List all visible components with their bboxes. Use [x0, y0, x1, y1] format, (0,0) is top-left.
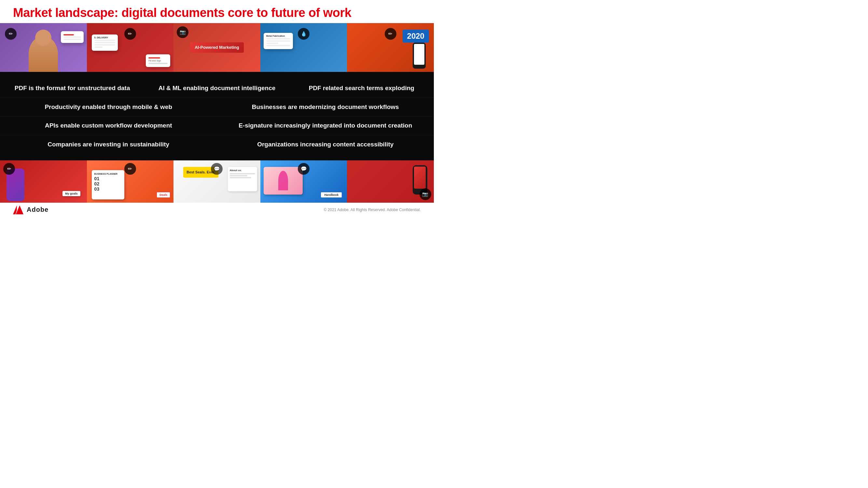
ai-badge: AI-Powered Marketing	[190, 42, 244, 53]
banner-section-5: ✏ 2020	[347, 23, 434, 72]
year-badge: 2020	[403, 30, 429, 43]
top-banner-icon-3: 📷	[177, 26, 188, 38]
ui-card-3: Fill and Sign	[146, 54, 170, 67]
deals-label: Deals	[157, 192, 170, 198]
bottom-icon-4: 💬	[298, 163, 310, 175]
bottom-banner-section-2: ✏ BUSINESS PLANNER 01 02 03 Deals	[87, 160, 174, 203]
banner-section-2: ✏ 5. DELIVERY Fill and Sign	[87, 23, 174, 72]
my-goals-label: My goals	[62, 191, 81, 196]
page-title: Market landscape: digital documents core…	[13, 6, 421, 20]
bottom-banner-section-4: 💬 Handbook	[260, 160, 347, 203]
bottom-icon-3: 💬	[211, 163, 223, 175]
top-banner-icon-5: ✏	[385, 28, 396, 40]
content-row-3: APIs enable custom workflow development …	[0, 116, 434, 135]
content-cell-4-1: Companies are investing in sustainabilit…	[0, 135, 217, 154]
content-row-1: PDF is the format for unstructured data …	[0, 79, 434, 98]
ui-card-4: Metal Fabrication	[264, 33, 293, 49]
bottom-icon-1: ✏	[3, 163, 15, 175]
bottom-banner-section-1: ✏ My goals	[0, 160, 87, 203]
footer: Adobe © 2021 Adobe. All Rights Reserved.…	[0, 203, 434, 217]
ui-card-2: 5. DELIVERY	[92, 34, 118, 51]
adobe-logo-icon	[13, 205, 24, 215]
top-banner: ✏ ✏ 5. DELIVERY Fill and Sign	[0, 23, 434, 72]
ui-card-1	[61, 31, 84, 43]
content-row-4: Companies are investing in sustainabilit…	[0, 135, 434, 154]
content-cell-3-1: APIs enable custom workflow development	[0, 117, 217, 135]
content-cell-1-1: PDF is the format for unstructured data	[0, 79, 145, 98]
bottom-banner-section-5: 📷	[347, 160, 434, 203]
bottom-banner: ✏ My goals ✏ BUSINESS PLANNER 01 02 03 D…	[0, 160, 434, 203]
content-row-2: Productivity enabled through mobile & we…	[0, 98, 434, 117]
footer-copyright: © 2021 Adobe. All Rights Reserved. Adobe…	[324, 207, 421, 212]
header: Market landscape: digital documents core…	[0, 0, 434, 23]
content-cell-4-2: Organizations increasing content accessi…	[217, 135, 434, 154]
top-banner-icon-2: ✏	[124, 28, 136, 40]
adobe-logo-text: Adobe	[27, 206, 49, 214]
banner-section-1: ✏	[0, 23, 87, 72]
main-content: PDF is the format for unstructured data …	[0, 72, 434, 160]
content-cell-3-2: E-signature increasingly integrated into…	[217, 117, 434, 135]
handbook-label: Handbook	[320, 192, 342, 198]
top-banner-icon-4: 💧	[298, 28, 310, 40]
banner-section-3: AI-Powered Marketing 📷	[174, 23, 260, 72]
bottom-icon-5: 📷	[420, 188, 431, 200]
bottom-icon-2: ✏	[124, 163, 136, 175]
top-banner-icon-1: ✏	[5, 28, 17, 40]
svg-marker-0	[16, 205, 24, 215]
content-cell-1-3: PDF related search terms exploding	[289, 79, 434, 98]
content-cell-2-1: Productivity enabled through mobile & we…	[0, 98, 217, 117]
bottom-banner-section-3: 💬 Best Seals. Ever. About us.	[174, 160, 260, 203]
banner-section-4: 💧 Metal Fabrication	[260, 23, 347, 72]
content-cell-1-2: AI & ML enabling document intelligence	[145, 79, 289, 98]
content-cell-2-2: Businesses are modernizing document work…	[217, 98, 434, 117]
adobe-logo: Adobe	[13, 205, 49, 215]
svg-marker-1	[13, 205, 17, 215]
